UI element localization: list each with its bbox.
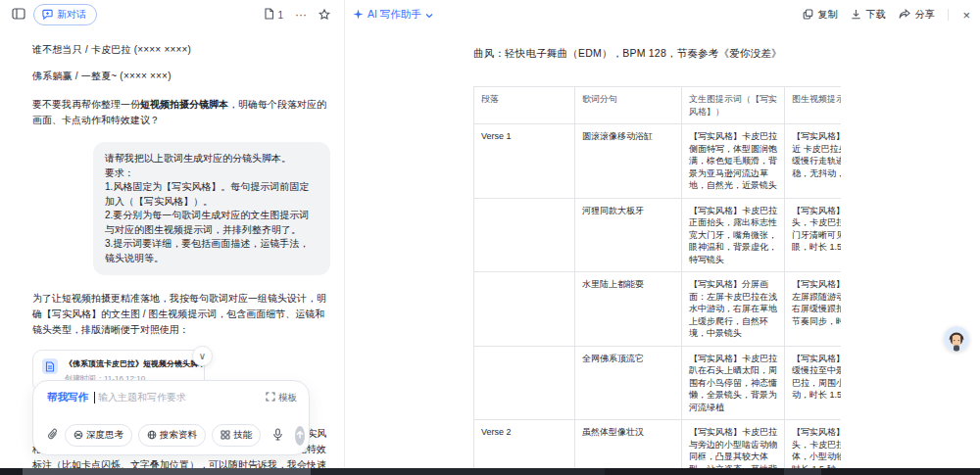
search-material-button[interactable]: 搜索资料 [138, 424, 206, 447]
cell-t2i: 【写实风格】卡皮巴拉与旁边的小型啮齿动物同框，凸显其较大体型，站立姿态，草地背景… [682, 420, 785, 469]
skills-button[interactable]: 技能 [212, 424, 261, 447]
share-icon [899, 9, 910, 22]
deep-think-button[interactable]: 深度思考 [65, 424, 132, 447]
assistant-followup-question: 要不要我再帮你整理一份短视频拍摄分镜脚本，明确每个段落对应的画面、卡点动作和特效… [32, 97, 330, 128]
ai-assistant-label: AI 写作助手 [368, 8, 421, 22]
table-row: 全网佛系顶流它 【写实风格】卡皮巴拉趴在石头上晒太阳，周围有小鸟停留，神态慵懒，… [474, 346, 842, 420]
cell-section: Verse 2 [474, 420, 575, 469]
cell-lyric: 河狸同款大板牙 [575, 198, 682, 272]
cell-t2i: 【写实风格】卡皮巴拉趴在石头上晒太阳，周围有小鸟停留，神态慵懒，全景镜头，背景为… [682, 346, 785, 420]
chat-panel: 新对话 1 ··· [0, 0, 345, 468]
doc-card-icon [42, 358, 58, 374]
cell-t2i: 【写实风格】卡皮巴拉正面抬头，露出标志性宽大门牙，嘴角微张，眼神温和，背景虚化，… [682, 198, 785, 272]
attach-file-button[interactable] [47, 428, 59, 444]
assistant-avatar[interactable] [944, 326, 969, 352]
cell-i2v: 【写实风格】镜头 缓慢拉至中景， 巴拉，周围小鸟 动，时长 1.5 秒 [785, 346, 842, 420]
text-cursor [94, 392, 95, 404]
storyboard-table: 段落 歌词分句 文生图提示词（【写实风格】） 图生视频提示词 Verse 1 圆… [473, 86, 841, 468]
chevron-down-icon: ∨ [199, 351, 206, 361]
composer-input[interactable]: 输入主题和写作要求 [98, 391, 266, 404]
cell-i2v: 【写实风格】分屏 左屏跟随游动， 右屏缓慢跟拍， 节奏同步，时长 [785, 272, 842, 347]
writing-mode-label[interactable]: 帮我写作 [47, 391, 88, 404]
scroll-to-bottom-button[interactable]: ∨ [192, 346, 213, 366]
copy-button[interactable]: 复制 [803, 8, 837, 22]
copy-icon [803, 9, 813, 22]
user-message-bubble: 请帮我把以上歌词生成对应的分镜头脚本。 要求： 1.风格固定为【写实风格】。每句… [93, 142, 330, 275]
document-count-button[interactable]: 1 [264, 8, 283, 22]
new-chat-label: 新对话 [57, 8, 86, 22]
close-panel-button[interactable]: × [962, 9, 970, 22]
lyric-line: 佛系躺赢 / 一整夏~ (×××× ×××) [32, 70, 330, 83]
cell-section: Verse 1 [474, 124, 575, 199]
cell-lyric: 虽然体型像壮汉 [575, 420, 682, 469]
storyboard-table-container: 段落 歌词分句 文生图提示词（【写实风格】） 图生视频提示词 Verse 1 圆… [473, 86, 841, 468]
document-count: 1 [277, 10, 283, 21]
taskbar-active-segment[interactable] [23, 468, 311, 475]
col-header-section: 段落 [474, 87, 575, 124]
chat-header-actions: 1 ··· [264, 8, 330, 22]
editor-panel: AI 写作助手 复制 [345, 0, 980, 468]
cell-lyric: 圆滚滚像移动浴缸 [575, 124, 682, 199]
send-button[interactable] [295, 426, 305, 446]
deep-think-icon [74, 430, 83, 442]
taskbar-segment[interactable] [311, 468, 605, 475]
table-row: 水里陆上都能耍 【写实风格】分屏画面：左屏卡皮巴拉在浅水中游动，右屏在草地上缓步… [474, 272, 842, 347]
cell-section [474, 346, 575, 420]
star-icon [318, 9, 330, 21]
more-icon: ··· [295, 8, 307, 22]
template-icon [266, 392, 275, 404]
download-icon [851, 9, 861, 22]
sparkle-icon [353, 9, 364, 22]
cell-lyric: 全网佛系顶流它 [575, 346, 682, 420]
paperclip-icon [47, 428, 59, 444]
favorite-button[interactable] [318, 9, 330, 21]
cell-section [474, 198, 575, 272]
ai-writing-assistant-button[interactable]: AI 写作助手 [353, 8, 433, 22]
cell-i2v: 【写实风格】镜 头，卡皮巴拉主 体，小型动物对比 时长 1.5 秒 [785, 420, 842, 469]
cell-i2v: 【写实风格】镜头 近 卡皮巴拉身体 缓慢行走轨迹平 稳，无抖动， [785, 124, 842, 199]
divider [948, 9, 949, 21]
sidebar-toggle-button[interactable] [12, 8, 25, 23]
chat-header: 新对话 1 ··· [0, 0, 344, 29]
assistant-intro-text: 为了让短视频拍摄更精准落地，我按每句歌词对应一组镜头设计，明确【写实风格】的文生… [32, 291, 330, 338]
sidebar-icon [12, 8, 25, 23]
cell-section [474, 272, 575, 347]
close-icon: × [962, 8, 970, 23]
share-button[interactable]: 分享 [899, 8, 934, 22]
table-header-row: 段落 歌词分句 文生图提示词（【写实风格】） 图生视频提示词 [474, 87, 842, 124]
col-header-i2v: 图生视频提示词 [785, 87, 842, 124]
doc-card-title: 《佛系顶流卡皮巴拉》短视频分镜头脚本 [65, 358, 206, 369]
globe-icon [147, 430, 157, 442]
table-row: Verse 2 虽然体型像壮汉 【写实风格】卡皮巴拉与旁边的小型啮齿动物同框，凸… [474, 420, 842, 469]
grid-icon [220, 430, 230, 442]
col-header-t2i: 文生图提示词（【写实风格】） [682, 87, 785, 124]
new-chat-button[interactable]: 新对话 [33, 4, 97, 25]
new-chat-icon [42, 9, 53, 22]
cell-i2v: 【写实风格】特写 头，卡皮巴拉宽 门牙清晰可见，眨 眼，时长 1.5 秒 [785, 198, 842, 272]
microphone-button[interactable] [272, 428, 283, 444]
template-button[interactable]: 模板 [266, 392, 297, 404]
taskbar[interactable] [0, 468, 980, 475]
cell-t2i: 【写实风格】分屏画面：左屏卡皮巴拉在浅水中游动，右屏在草地上缓步爬行，自然环境，… [682, 272, 785, 347]
col-header-lyric: 歌词分句 [575, 87, 682, 124]
cell-lyric: 水里陆上都能耍 [575, 272, 682, 347]
microphone-icon [272, 428, 283, 444]
cell-t2i: 【写实风格】卡皮巴拉侧面特写，体型圆润饱满，棕色短毛顺滑，背景为亚马逊河流边草地… [682, 124, 785, 199]
chevron-down-icon [425, 9, 433, 21]
more-options-button[interactable]: ··· [295, 8, 307, 22]
table-row: Verse 1 圆滚滚像移动浴缸 【写实风格】卡皮巴拉侧面特写，体型圆润饱满，棕… [474, 124, 842, 199]
composer[interactable]: 帮我写作 输入主题和写作要求 模板 [32, 380, 310, 455]
app-window: 新对话 1 ··· [0, 0, 980, 468]
document-preview[interactable]: 曲风：轻快电子舞曲（EDM），BPM 128，节奏参考《爱你没差》 段落 歌词分… [345, 29, 980, 468]
taskbar-segment[interactable] [784, 468, 821, 475]
editor-header: AI 写作助手 复制 [345, 0, 980, 29]
download-button[interactable]: 下载 [851, 8, 885, 22]
lyric-line: 谁不想当只 / 卡皮巴拉 (×××× ××××) [32, 43, 330, 57]
table-row: 河狸同款大板牙 【写实风格】卡皮巴拉正面抬头，露出标志性宽大门牙，嘴角微张，眼神… [474, 198, 842, 272]
document-icon [264, 8, 274, 22]
arrow-up-icon [295, 428, 305, 443]
editor-toolbar: 复制 下载 分享 [803, 8, 970, 22]
doc-style-line: 曲风：轻快电子舞曲（EDM），BPM 128，节奏参考《爱你没差》 [473, 47, 980, 61]
